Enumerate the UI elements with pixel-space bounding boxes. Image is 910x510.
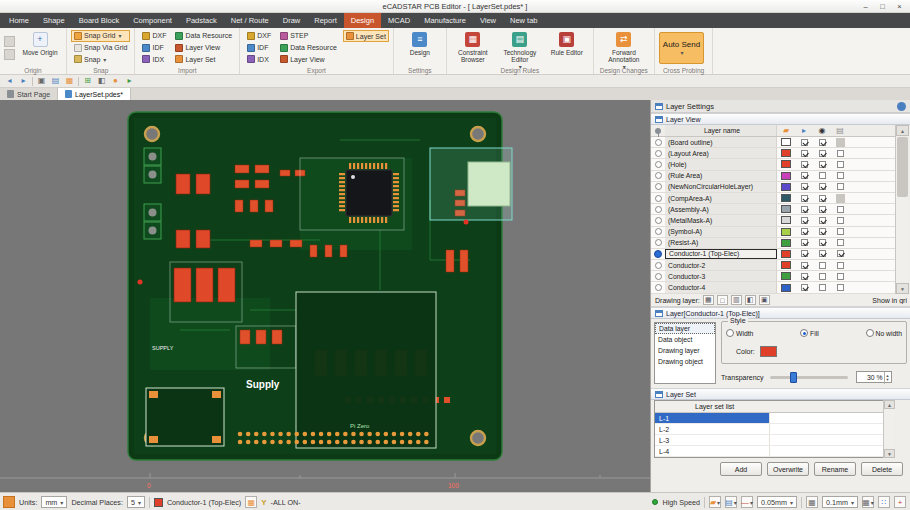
export-step-button[interactable]: STEP	[277, 30, 340, 42]
layer-flag-checkbox[interactable]	[795, 282, 813, 292]
style-radio-no-width[interactable]: No width	[866, 329, 902, 337]
scroll-down-icon[interactable]: ▼	[896, 283, 909, 294]
layer-flag-checkbox[interactable]	[795, 238, 813, 248]
layer-color-swatch[interactable]	[777, 260, 795, 270]
layer-visible-radio[interactable]	[651, 282, 665, 292]
layer-color-swatch[interactable]	[777, 238, 795, 248]
layer-color-swatch[interactable]	[777, 171, 795, 181]
panel-help-icon[interactable]	[897, 102, 906, 111]
layer-flag-checkbox[interactable]	[831, 171, 849, 181]
drawing-tool-icon[interactable]: ▣	[759, 295, 770, 305]
layer-flag-checkbox[interactable]	[813, 182, 831, 192]
add-window-icon[interactable]: ⊞	[82, 76, 93, 87]
layer-flag-checkbox[interactable]	[813, 148, 831, 158]
tab-layerset-pdes[interactable]: LayerSet.pdes*	[58, 88, 131, 100]
layer-flag-checkbox[interactable]	[813, 260, 831, 270]
layer-flag-checkbox[interactable]	[813, 215, 831, 225]
layer-color-swatch[interactable]	[777, 204, 795, 214]
layer-row-conductor-2[interactable]: Conductor-2	[651, 260, 895, 271]
clipped-ribbon-icon[interactable]	[4, 36, 15, 47]
technology-editor-button[interactable]: ▤ Technology Editor	[498, 30, 542, 65]
layer-flag-checkbox[interactable]	[831, 159, 849, 169]
layer-flag-checkbox[interactable]	[795, 148, 813, 158]
pcb-canvas[interactable]: SUPPLY Supply Pi Zero 0 100	[0, 100, 650, 492]
layer-set-row-l-4[interactable]: L-4	[655, 446, 893, 457]
layer-visible-radio[interactable]	[651, 227, 665, 237]
detail-item-data-object[interactable]: Data object	[655, 334, 715, 345]
layer-visible-radio[interactable]	[651, 271, 665, 281]
menu-tab-home[interactable]: Home	[2, 13, 36, 28]
export-data-resource-button[interactable]: Data Resource	[277, 42, 340, 54]
layer-flag-checkbox[interactable]	[813, 249, 831, 259]
layer-visible-radio[interactable]	[651, 182, 665, 192]
drawing-tool-icon[interactable]: □	[717, 295, 728, 305]
import-layer-view-button[interactable]: Layer View	[172, 42, 235, 54]
detail-item-drawing-layer[interactable]: Drawing layer	[655, 345, 715, 356]
back-icon[interactable]: ◂	[4, 76, 15, 87]
layer-flag-checkbox[interactable]	[831, 227, 849, 237]
layer-table-scrollbar[interactable]: ▲ ▼	[895, 125, 908, 294]
layer-flag-checkbox[interactable]	[813, 238, 831, 248]
layer-color-swatch[interactable]	[777, 193, 795, 203]
run-icon[interactable]: ▸	[124, 76, 135, 87]
layer-visible-radio[interactable]	[651, 137, 665, 147]
layer-flag-checkbox[interactable]	[813, 193, 831, 203]
layer-visible-radio[interactable]	[651, 260, 665, 270]
layer-color-swatch[interactable]	[777, 227, 795, 237]
units-select[interactable]: mm	[41, 496, 67, 508]
layer-visible-radio[interactable]	[651, 171, 665, 181]
layer-row-board-outline[interactable]: (Board outline)	[651, 137, 895, 148]
transparency-slider[interactable]	[770, 376, 848, 379]
clipped-ribbon-icon[interactable]	[4, 49, 15, 60]
layer-row-rule-area[interactable]: (Rule Area)	[651, 171, 895, 182]
menu-tab-shape[interactable]: Shape	[36, 13, 72, 28]
spinner-icons[interactable]: ▲▼	[884, 372, 891, 384]
scroll-up-icon[interactable]: ▲	[884, 400, 895, 409]
layer-flag-checkbox[interactable]	[813, 271, 831, 281]
view-list-icon[interactable]: ▤	[50, 76, 61, 87]
menu-tab-padstack[interactable]: Padstack	[179, 13, 224, 28]
layer-flag-checkbox[interactable]	[831, 282, 849, 292]
layer-row-assembly-a[interactable]: (Assembly-A)	[651, 204, 895, 215]
menu-tab-manufacture[interactable]: Manufacture	[417, 13, 473, 28]
snap-via-grid-button[interactable]: Snap Via Grid	[71, 42, 130, 54]
layer-row-symbol-a[interactable]: (Symbol-A)	[651, 227, 895, 238]
layer-flag-checkbox[interactable]	[813, 204, 831, 214]
close-button[interactable]: ×	[891, 0, 908, 13]
tab-start-page[interactable]: Start Page	[0, 88, 58, 100]
menu-tab-board-block[interactable]: Board Block	[72, 13, 126, 28]
menu-tab-net-route[interactable]: Net / Route	[224, 13, 276, 28]
record-icon[interactable]: ●	[110, 76, 121, 87]
layer-flag-checkbox[interactable]	[795, 260, 813, 270]
add-button[interactable]: Add	[720, 462, 762, 476]
style-radio-width[interactable]: Width	[726, 329, 753, 337]
layer-color-swatch[interactable]	[777, 282, 795, 292]
auto-send-button[interactable]: Auto Send	[659, 32, 704, 64]
grid-style-icon[interactable]: ▦	[862, 496, 874, 508]
layer-flag-checkbox[interactable]	[831, 271, 849, 281]
layer-flag-checkbox[interactable]	[813, 159, 831, 169]
menu-tab-view[interactable]: View	[473, 13, 503, 28]
layer-flag-checkbox[interactable]	[813, 171, 831, 181]
line-style-icon[interactable]: —	[741, 496, 753, 508]
layer-visible-radio[interactable]	[651, 238, 665, 248]
layer-flag-checkbox[interactable]	[831, 215, 849, 225]
layer-flag-checkbox[interactable]	[831, 148, 849, 158]
drawing-tool-icon[interactable]: ▦	[703, 295, 714, 305]
layer-flag-checkbox[interactable]	[831, 260, 849, 270]
snap-points-icon[interactable]: ∷	[878, 496, 890, 508]
layer-pair-icon[interactable]: ▤	[725, 496, 737, 508]
import-idf-button[interactable]: IDF	[139, 42, 169, 54]
decimal-places-select[interactable]: 5	[127, 496, 145, 508]
layer-flag-checkbox[interactable]	[795, 249, 813, 259]
maximize-button[interactable]: □	[874, 0, 891, 13]
layer-row-metalmask-a[interactable]: (MetalMask-A)	[651, 215, 895, 226]
layer-set-section-header[interactable]: Layer Set	[651, 388, 910, 400]
move-origin-button[interactable]: + Move Origin	[18, 30, 62, 65]
layer-color-swatch[interactable]	[777, 159, 795, 169]
layer-flag-checkbox[interactable]	[831, 249, 849, 259]
drawing-tool-icon[interactable]: ▥	[731, 295, 742, 305]
export-idf-button[interactable]: IDF	[244, 42, 274, 54]
layer-flag-checkbox[interactable]	[813, 282, 831, 292]
layer-flag-checkbox[interactable]	[813, 137, 831, 147]
